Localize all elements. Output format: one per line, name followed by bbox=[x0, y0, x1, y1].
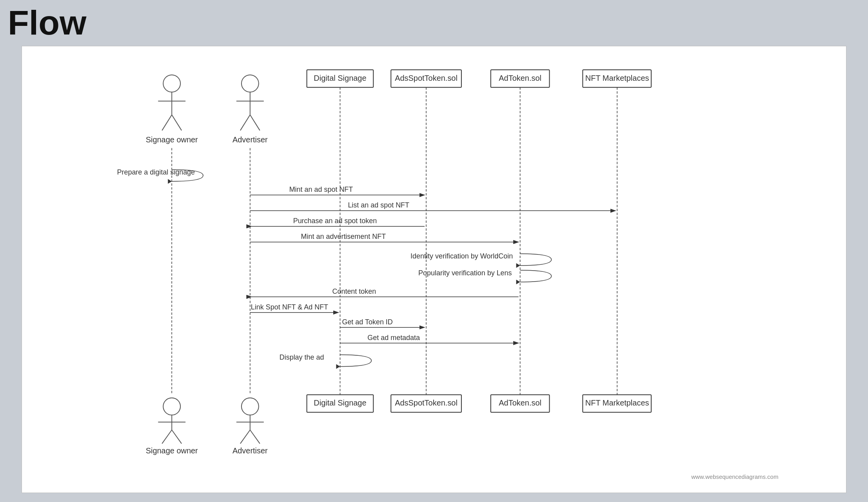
msg-content-token: Content token bbox=[332, 287, 376, 295]
diagram-container: Signage owner Advertiser Digital Signage… bbox=[22, 46, 846, 493]
participant-signage-owner-bottom: Signage owner bbox=[146, 446, 198, 455]
svg-marker-27 bbox=[516, 263, 520, 268]
participant-signage-owner-top: Signage owner bbox=[146, 135, 198, 144]
msg-identity-verification: Identity verification by WorldCoin bbox=[410, 252, 513, 260]
page-title: Flow bbox=[0, 0, 868, 46]
svg-marker-33 bbox=[336, 364, 340, 369]
msg-link-spot-nft: Link Spot NFT & Ad NFT bbox=[251, 303, 328, 311]
participant-adtoken-bottom: AdToken.sol bbox=[499, 398, 541, 407]
svg-point-39 bbox=[242, 398, 259, 415]
participant-digital-signage-top: Digital Signage bbox=[314, 74, 366, 82]
participant-adsspottoken-top: AdsSpotToken.sol bbox=[395, 74, 458, 82]
svg-line-10 bbox=[240, 115, 250, 131]
participant-adsspottoken-bottom: AdsSpotToken.sol bbox=[395, 398, 458, 407]
svg-line-37 bbox=[162, 430, 172, 444]
svg-line-42 bbox=[240, 430, 250, 444]
participant-adtoken-top: AdToken.sol bbox=[499, 74, 541, 82]
msg-mint-advertisement-nft: Mint an advertisement NFT bbox=[301, 233, 386, 240]
svg-point-2 bbox=[163, 75, 180, 92]
svg-marker-28 bbox=[516, 280, 520, 284]
msg-popularity-verification: Popularity verification by Lens bbox=[418, 269, 512, 277]
msg-purchase-ad-spot-token: Purchase an ad spot token bbox=[293, 217, 377, 225]
participant-nft-marketplaces-bottom: NFT Marketplaces bbox=[585, 398, 649, 407]
svg-line-38 bbox=[172, 430, 182, 444]
svg-line-11 bbox=[250, 115, 260, 131]
msg-prepare-digital-signage: Prepare a digital signage bbox=[117, 168, 195, 176]
participant-nft-marketplaces-top: NFT Marketplaces bbox=[585, 74, 649, 82]
msg-list-ad-spot-nft: List an ad spot NFT bbox=[348, 201, 409, 209]
msg-display-ad: Display the ad bbox=[280, 353, 324, 361]
svg-marker-22 bbox=[168, 179, 172, 184]
svg-line-43 bbox=[250, 430, 260, 444]
participant-digital-signage-bottom: Digital Signage bbox=[314, 398, 366, 407]
svg-line-6 bbox=[172, 115, 182, 131]
participant-advertiser-bottom: Advertiser bbox=[232, 446, 268, 455]
msg-get-ad-token-id: Get ad Token ID bbox=[342, 318, 392, 326]
svg-line-5 bbox=[162, 115, 172, 131]
svg-point-7 bbox=[242, 75, 259, 92]
msg-mint-ad-spot-nft: Mint an ad spot NFT bbox=[289, 186, 353, 193]
participant-advertiser-top: Advertiser bbox=[232, 135, 268, 144]
svg-point-34 bbox=[163, 398, 180, 415]
watermark: www.websequencediagrams.com bbox=[691, 473, 778, 480]
msg-get-ad-metadata: Get ad metadata bbox=[367, 333, 420, 341]
